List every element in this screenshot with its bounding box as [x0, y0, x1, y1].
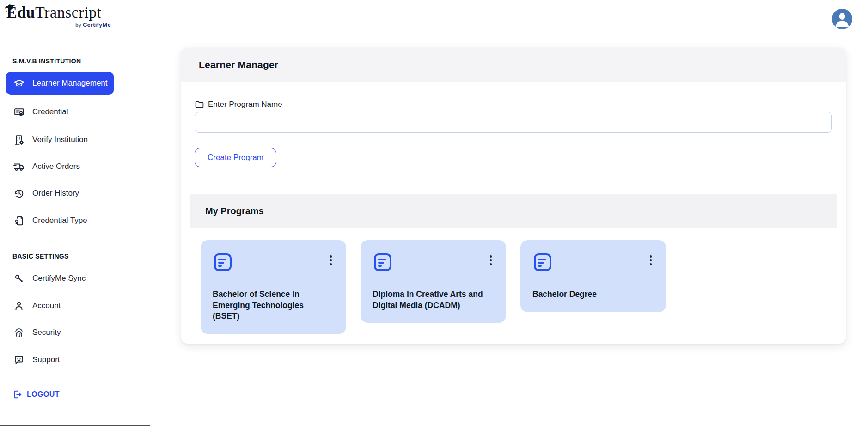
program-document-icon: [373, 252, 393, 272]
my-programs-header: My Programs: [190, 194, 837, 228]
program-document-icon: [213, 252, 233, 272]
programs-list: Bachelor of Science in Emerging Technolo…: [201, 240, 666, 334]
logo-byline: byCertifyMe: [6, 21, 111, 28]
sidebar-item-label: Account: [32, 301, 61, 310]
program-menu-kebab-icon[interactable]: [327, 252, 335, 268]
certificate-icon: [13, 106, 25, 118]
panel-header: Learner Manager: [181, 48, 846, 82]
sidebar-item-credential-type[interactable]: Credential Type: [6, 209, 114, 232]
sidebar-item-learner-management[interactable]: Learner Management: [6, 72, 114, 95]
sidebar-item-order-history[interactable]: Order History: [6, 182, 114, 205]
program-name: Bachelor Degree: [532, 289, 648, 300]
sidebar-item-label: Verify Institution: [32, 135, 88, 144]
sidebar-item-support[interactable]: Support: [6, 348, 114, 371]
sidebar-item-credential[interactable]: Credential: [6, 100, 114, 123]
sidebar-item-label: Active Orders: [32, 162, 80, 171]
program-card-dcadm[interactable]: Diploma in Creative Arts and Digital Med…: [361, 240, 506, 323]
logo-wordmark: EduTranscript: [6, 4, 102, 21]
sidebar-item-label: CertifyMe Sync: [32, 274, 86, 283]
sidebar-item-label: Security: [32, 328, 61, 337]
delivery-truck-icon: [13, 161, 25, 173]
chat-bubble-icon: [13, 354, 25, 366]
program-card-bachelor-degree[interactable]: Bachelor Degree: [520, 240, 666, 312]
sidebar-item-active-orders[interactable]: Active Orders: [6, 155, 114, 178]
building-gear-icon: [13, 134, 25, 146]
my-programs-title: My Programs: [205, 206, 264, 216]
program-name: Bachelor of Science in Emerging Technolo…: [213, 289, 328, 322]
program-card-bset[interactable]: Bachelor of Science in Emerging Technolo…: [201, 240, 346, 334]
program-name: Diploma in Creative Arts and Digital Med…: [373, 289, 488, 311]
logout-button[interactable]: LOGOUT: [12, 389, 60, 400]
sidebar-item-account[interactable]: Account: [6, 294, 114, 317]
learner-manager-panel: Learner Manager Enter Program Name Creat…: [181, 48, 846, 344]
user-avatar[interactable]: [832, 9, 852, 29]
sidebar-item-label: Credential: [32, 107, 68, 117]
institution-heading: S.M.V.B INSTITUTION: [12, 57, 81, 65]
folder-icon: [195, 99, 204, 109]
sidebar-item-security[interactable]: Security: [6, 321, 114, 344]
program-name-input[interactable]: [195, 112, 832, 133]
key-icon: [13, 272, 25, 284]
document-medal-icon: [13, 215, 25, 227]
program-menu-kebab-icon[interactable]: [487, 252, 495, 268]
logo-text-regular: Transcript: [35, 4, 102, 21]
program-menu-kebab-icon[interactable]: [647, 252, 655, 268]
logout-icon: [12, 389, 23, 400]
sidebar-item-label: Learner Management: [32, 79, 108, 88]
program-name-label: Enter Program Name: [195, 99, 282, 109]
sidebar-item-label: Credential Type: [32, 216, 87, 225]
sidebar-item-verify-institution[interactable]: Verify Institution: [6, 128, 114, 151]
create-program-button[interactable]: Create Program: [195, 148, 276, 167]
basic-settings-heading: BASIC SETTINGS: [12, 253, 69, 260]
person-icon: [13, 300, 25, 312]
graduation-cap-logo-icon: [3, 0, 17, 18]
sidebar: EduTranscript byCertifyMe S.M.V.B INSTIT…: [0, 0, 150, 426]
program-document-icon: [532, 252, 553, 272]
graduation-cap-icon: [13, 77, 25, 89]
app-logo: EduTranscript byCertifyMe: [6, 4, 122, 28]
panel-title: Learner Manager: [199, 59, 278, 70]
sidebar-item-certifyme-sync[interactable]: CertifyMe Sync: [6, 267, 114, 290]
history-clock-icon: [13, 187, 25, 199]
logout-label: LOGOUT: [27, 390, 60, 399]
sidebar-item-label: Order History: [32, 189, 79, 198]
sidebar-item-label: Support: [32, 355, 60, 364]
fingerprint-icon: [13, 327, 25, 339]
